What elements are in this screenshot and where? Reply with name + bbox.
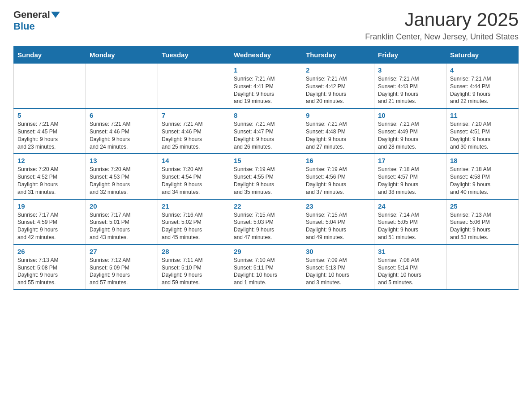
day-cell (446, 244, 519, 290)
day-cell: 16Sunrise: 7:19 AM Sunset: 4:56 PM Dayli… (302, 154, 374, 199)
day-info: Sunrise: 7:21 AM Sunset: 4:44 PM Dayligh… (450, 75, 515, 105)
day-cell: 27Sunrise: 7:12 AM Sunset: 5:09 PM Dayli… (86, 244, 158, 290)
calendar-body: 1Sunrise: 7:21 AM Sunset: 4:41 PM Daylig… (14, 64, 519, 290)
day-cell: 1Sunrise: 7:21 AM Sunset: 4:41 PM Daylig… (230, 64, 302, 109)
day-cell: 15Sunrise: 7:19 AM Sunset: 4:55 PM Dayli… (230, 154, 302, 199)
day-info: Sunrise: 7:09 AM Sunset: 5:13 PM Dayligh… (306, 257, 370, 287)
day-cell: 19Sunrise: 7:17 AM Sunset: 4:59 PM Dayli… (14, 199, 86, 244)
day-info: Sunrise: 7:13 AM Sunset: 5:06 PM Dayligh… (450, 211, 515, 241)
logo-general-text: General (13, 9, 50, 21)
day-info: Sunrise: 7:18 AM Sunset: 4:58 PM Dayligh… (450, 166, 515, 196)
day-number: 6 (90, 111, 154, 119)
day-cell: 21Sunrise: 7:16 AM Sunset: 5:02 PM Dayli… (158, 199, 230, 244)
day-cell: 25Sunrise: 7:13 AM Sunset: 5:06 PM Dayli… (446, 199, 519, 244)
day-cell: 13Sunrise: 7:20 AM Sunset: 4:53 PM Dayli… (86, 154, 158, 199)
day-number: 4 (450, 66, 515, 74)
day-info: Sunrise: 7:21 AM Sunset: 4:42 PM Dayligh… (306, 75, 370, 105)
day-info: Sunrise: 7:08 AM Sunset: 5:14 PM Dayligh… (378, 257, 442, 287)
day-number: 20 (90, 202, 154, 210)
day-info: Sunrise: 7:21 AM Sunset: 4:46 PM Dayligh… (90, 120, 154, 150)
day-number: 23 (306, 202, 370, 210)
day-info: Sunrise: 7:21 AM Sunset: 4:49 PM Dayligh… (378, 120, 442, 150)
day-number: 24 (378, 202, 442, 210)
header-cell-sunday: Sunday (14, 47, 86, 64)
day-info: Sunrise: 7:15 AM Sunset: 5:03 PM Dayligh… (234, 211, 298, 241)
location-title: Franklin Center, New Jersey, United Stat… (365, 32, 519, 42)
day-info: Sunrise: 7:17 AM Sunset: 5:01 PM Dayligh… (90, 211, 154, 241)
day-cell: 10Sunrise: 7:21 AM Sunset: 4:49 PM Dayli… (374, 108, 446, 154)
week-row-2: 5Sunrise: 7:21 AM Sunset: 4:45 PM Daylig… (14, 108, 519, 154)
day-number: 26 (17, 248, 82, 255)
header-cell-friday: Friday (374, 47, 446, 64)
logo-triangle-icon (51, 12, 60, 18)
day-info: Sunrise: 7:21 AM Sunset: 4:45 PM Dayligh… (17, 120, 82, 150)
day-number: 3 (378, 66, 442, 74)
day-cell: 14Sunrise: 7:20 AM Sunset: 4:54 PM Dayli… (158, 154, 230, 199)
day-number: 21 (162, 202, 226, 210)
day-cell: 4Sunrise: 7:21 AM Sunset: 4:44 PM Daylig… (446, 64, 519, 109)
day-info: Sunrise: 7:11 AM Sunset: 5:10 PM Dayligh… (162, 257, 226, 287)
day-info: Sunrise: 7:21 AM Sunset: 4:47 PM Dayligh… (234, 120, 298, 150)
day-cell: 9Sunrise: 7:21 AM Sunset: 4:48 PM Daylig… (302, 108, 374, 154)
day-cell: 26Sunrise: 7:13 AM Sunset: 5:08 PM Dayli… (14, 244, 86, 290)
header-cell-tuesday: Tuesday (158, 47, 230, 64)
day-cell: 3Sunrise: 7:21 AM Sunset: 4:43 PM Daylig… (374, 64, 446, 109)
day-info: Sunrise: 7:13 AM Sunset: 5:08 PM Dayligh… (17, 257, 82, 287)
day-number: 28 (162, 248, 226, 255)
day-cell: 20Sunrise: 7:17 AM Sunset: 5:01 PM Dayli… (86, 199, 158, 244)
day-number: 31 (378, 248, 442, 255)
day-cell: 28Sunrise: 7:11 AM Sunset: 5:10 PM Dayli… (158, 244, 230, 290)
day-number: 1 (234, 66, 298, 74)
day-cell: 7Sunrise: 7:21 AM Sunset: 4:46 PM Daylig… (158, 108, 230, 154)
day-number: 17 (378, 157, 442, 164)
day-number: 29 (234, 248, 298, 255)
day-cell: 5Sunrise: 7:21 AM Sunset: 4:45 PM Daylig… (14, 108, 86, 154)
week-row-3: 12Sunrise: 7:20 AM Sunset: 4:52 PM Dayli… (14, 154, 519, 199)
calendar: SundayMondayTuesdayWednesdayThursdayFrid… (13, 46, 519, 290)
day-cell: 12Sunrise: 7:20 AM Sunset: 4:52 PM Dayli… (14, 154, 86, 199)
day-number: 15 (234, 157, 298, 164)
day-info: Sunrise: 7:20 AM Sunset: 4:52 PM Dayligh… (17, 166, 82, 196)
day-number: 7 (162, 111, 226, 119)
day-info: Sunrise: 7:21 AM Sunset: 4:41 PM Dayligh… (234, 75, 298, 105)
day-cell: 22Sunrise: 7:15 AM Sunset: 5:03 PM Dayli… (230, 199, 302, 244)
day-cell: 23Sunrise: 7:15 AM Sunset: 5:04 PM Dayli… (302, 199, 374, 244)
day-number: 30 (306, 248, 370, 255)
week-row-5: 26Sunrise: 7:13 AM Sunset: 5:08 PM Dayli… (14, 244, 519, 290)
day-cell (14, 64, 86, 109)
calendar-header: SundayMondayTuesdayWednesdayThursdayFrid… (14, 47, 519, 64)
day-info: Sunrise: 7:20 AM Sunset: 4:53 PM Dayligh… (90, 166, 154, 196)
header-cell-wednesday: Wednesday (230, 47, 302, 64)
day-cell (158, 64, 230, 109)
day-info: Sunrise: 7:10 AM Sunset: 5:11 PM Dayligh… (234, 257, 298, 287)
day-number: 9 (306, 111, 370, 119)
day-info: Sunrise: 7:21 AM Sunset: 4:48 PM Dayligh… (306, 120, 370, 150)
day-info: Sunrise: 7:17 AM Sunset: 4:59 PM Dayligh… (17, 211, 82, 241)
day-cell: 17Sunrise: 7:18 AM Sunset: 4:57 PM Dayli… (374, 154, 446, 199)
day-number: 22 (234, 202, 298, 210)
day-info: Sunrise: 7:19 AM Sunset: 4:56 PM Dayligh… (306, 166, 370, 196)
day-number: 2 (306, 66, 370, 74)
day-info: Sunrise: 7:20 AM Sunset: 4:54 PM Dayligh… (162, 166, 226, 196)
title-block: January 2025 Franklin Center, New Jersey… (365, 9, 519, 42)
day-cell: 8Sunrise: 7:21 AM Sunset: 4:47 PM Daylig… (230, 108, 302, 154)
day-cell: 2Sunrise: 7:21 AM Sunset: 4:42 PM Daylig… (302, 64, 374, 109)
day-cell: 18Sunrise: 7:18 AM Sunset: 4:58 PM Dayli… (446, 154, 519, 199)
day-cell (86, 64, 158, 109)
header-cell-saturday: Saturday (446, 47, 519, 64)
day-cell: 30Sunrise: 7:09 AM Sunset: 5:13 PM Dayli… (302, 244, 374, 290)
day-info: Sunrise: 7:12 AM Sunset: 5:09 PM Dayligh… (90, 257, 154, 287)
logo-blue-text: Blue (13, 21, 35, 32)
day-number: 13 (90, 157, 154, 164)
day-number: 18 (450, 157, 515, 164)
day-info: Sunrise: 7:18 AM Sunset: 4:57 PM Dayligh… (378, 166, 442, 196)
day-number: 12 (17, 157, 82, 164)
day-number: 11 (450, 111, 515, 119)
day-cell: 29Sunrise: 7:10 AM Sunset: 5:11 PM Dayli… (230, 244, 302, 290)
header-row: SundayMondayTuesdayWednesdayThursdayFrid… (14, 47, 519, 64)
day-cell: 11Sunrise: 7:20 AM Sunset: 4:51 PM Dayli… (446, 108, 519, 154)
page-header: General Blue January 2025 Franklin Cente… (13, 9, 519, 42)
day-cell: 24Sunrise: 7:14 AM Sunset: 5:05 PM Dayli… (374, 199, 446, 244)
day-info: Sunrise: 7:21 AM Sunset: 4:43 PM Dayligh… (378, 75, 442, 105)
logo: General Blue (13, 9, 60, 32)
